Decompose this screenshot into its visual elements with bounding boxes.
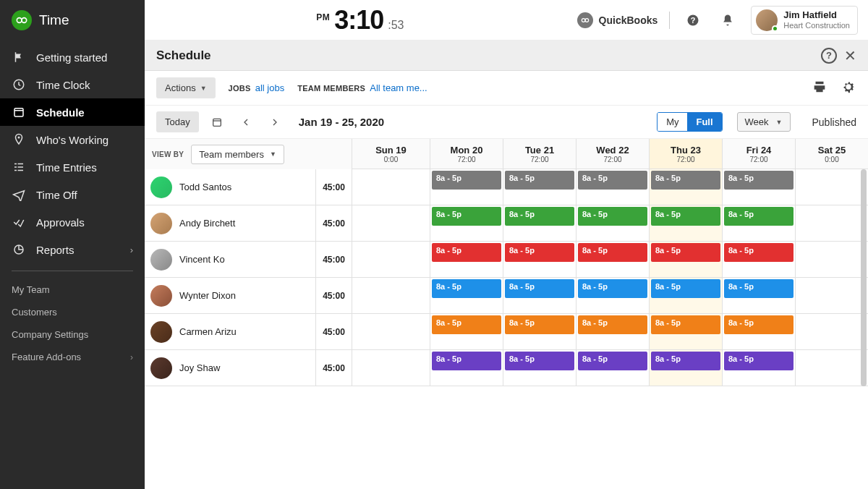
- shift-block[interactable]: 8a - 5p: [505, 279, 574, 298]
- schedule-cell-wed[interactable]: 8a - 5p: [576, 205, 649, 241]
- schedule-cell-wed[interactable]: 8a - 5p: [576, 169, 649, 205]
- day-header-tue[interactable]: Tue 2172:00: [503, 139, 576, 169]
- nav-schedule[interactable]: Schedule: [0, 98, 145, 126]
- page-help-button[interactable]: ?: [821, 48, 837, 64]
- schedule-cell-wed[interactable]: 8a - 5p: [576, 350, 649, 386]
- schedule-cell-thu[interactable]: 8a - 5p: [649, 278, 722, 313]
- schedule-cell-wed[interactable]: 8a - 5p: [576, 314, 649, 349]
- day-header-sun[interactable]: Sun 19 0:00: [352, 139, 430, 169]
- shift-block[interactable]: 8a - 5p: [651, 315, 720, 334]
- nav-feature-addons[interactable]: Feature Add-ons›: [0, 346, 145, 368]
- schedule-cell-sun[interactable]: [352, 205, 430, 241]
- next-button[interactable]: [264, 111, 286, 133]
- schedule-cell-thu[interactable]: 8a - 5p: [649, 314, 722, 349]
- day-header-mon[interactable]: Mon 2072:00: [430, 139, 503, 169]
- schedule-cell-fri[interactable]: 8a - 5p: [722, 278, 795, 313]
- shift-block[interactable]: 8a - 5p: [505, 352, 574, 370]
- schedule-cell-tue[interactable]: 8a - 5p: [503, 205, 576, 241]
- schedule-cell-mon[interactable]: 8a - 5p: [430, 169, 503, 205]
- schedule-cell-sun[interactable]: [352, 350, 430, 386]
- shift-block[interactable]: 8a - 5p: [432, 243, 501, 262]
- shift-block[interactable]: 8a - 5p: [724, 315, 793, 334]
- scope-full[interactable]: Full: [687, 113, 721, 131]
- period-select[interactable]: Week ▼: [737, 112, 791, 132]
- shift-block[interactable]: 8a - 5p: [578, 315, 647, 334]
- shift-block[interactable]: 8a - 5p: [651, 207, 720, 226]
- nav-company-settings[interactable]: Company Settings: [0, 323, 145, 346]
- print-button[interactable]: [812, 79, 827, 98]
- day-header-fri[interactable]: Fri 2472:00: [722, 139, 795, 169]
- shift-block[interactable]: 8a - 5p: [432, 171, 501, 190]
- nav-whos-working[interactable]: Who's Working: [0, 126, 145, 153]
- shift-block[interactable]: 8a - 5p: [651, 243, 720, 262]
- schedule-cell-thu[interactable]: 8a - 5p: [649, 205, 722, 241]
- schedule-cell-fri[interactable]: 8a - 5p: [722, 242, 795, 277]
- shift-block[interactable]: 8a - 5p: [578, 243, 647, 262]
- shift-block[interactable]: 8a - 5p: [724, 171, 793, 190]
- viewby-select[interactable]: Team members ▼: [191, 145, 284, 164]
- schedule-cell-tue[interactable]: 8a - 5p: [503, 350, 576, 386]
- notifications-button[interactable]: [716, 9, 739, 32]
- schedule-cell-sat[interactable]: [795, 314, 868, 349]
- shift-block[interactable]: 8a - 5p: [724, 243, 793, 262]
- employee-cell[interactable]: Todd Santos: [145, 169, 315, 205]
- day-header-wed[interactable]: Wed 2272:00: [576, 139, 649, 169]
- shift-block[interactable]: 8a - 5p: [578, 279, 647, 298]
- schedule-cell-fri[interactable]: 8a - 5p: [722, 205, 795, 241]
- schedule-cell-mon[interactable]: 8a - 5p: [430, 205, 503, 241]
- schedule-cell-mon[interactable]: 8a - 5p: [430, 350, 503, 386]
- quickbooks-link[interactable]: QuickBooks: [577, 12, 658, 28]
- shift-block[interactable]: 8a - 5p: [651, 279, 720, 298]
- nav-time-entries[interactable]: Time Entries: [0, 153, 145, 181]
- shift-block[interactable]: 8a - 5p: [432, 207, 501, 226]
- close-button[interactable]: ✕: [844, 47, 856, 64]
- schedule-cell-fri[interactable]: 8a - 5p: [722, 314, 795, 349]
- shift-block[interactable]: 8a - 5p: [651, 171, 720, 190]
- schedule-cell-wed[interactable]: 8a - 5p: [576, 242, 649, 277]
- scope-my[interactable]: My: [658, 113, 687, 131]
- scrollbar[interactable]: [861, 169, 867, 386]
- shift-block[interactable]: 8a - 5p: [578, 171, 647, 190]
- nav-time-off[interactable]: Time Off: [0, 181, 145, 208]
- schedule-cell-sun[interactable]: [352, 242, 430, 277]
- shift-block[interactable]: 8a - 5p: [578, 352, 647, 370]
- employee-cell[interactable]: Andy Birchett: [145, 205, 315, 241]
- nav-reports[interactable]: Reports›: [0, 236, 145, 263]
- day-header-sat[interactable]: Sat 250:00: [795, 139, 868, 169]
- day-header-thu[interactable]: Thu 2372:00: [649, 139, 722, 169]
- shift-block[interactable]: 8a - 5p: [651, 352, 720, 370]
- schedule-cell-fri[interactable]: 8a - 5p: [722, 169, 795, 205]
- actions-button[interactable]: Actions▼: [156, 77, 216, 98]
- members-filter[interactable]: All team me...: [370, 82, 427, 93]
- shift-block[interactable]: 8a - 5p: [432, 315, 501, 334]
- schedule-cell-wed[interactable]: 8a - 5p: [576, 278, 649, 313]
- schedule-cell-thu[interactable]: 8a - 5p: [649, 169, 722, 205]
- employee-cell[interactable]: Carmen Arizu: [145, 314, 315, 349]
- shift-block[interactable]: 8a - 5p: [432, 279, 501, 298]
- employee-cell[interactable]: Wynter Dixon: [145, 278, 315, 313]
- schedule-cell-sun[interactable]: [352, 314, 430, 349]
- schedule-cell-sat[interactable]: [795, 242, 868, 277]
- calendar-picker-button[interactable]: [206, 111, 228, 133]
- jobs-filter[interactable]: all jobs: [255, 82, 284, 93]
- schedule-cell-tue[interactable]: 8a - 5p: [503, 242, 576, 277]
- nav-approvals[interactable]: Approvals: [0, 208, 145, 236]
- today-button[interactable]: Today: [156, 111, 199, 132]
- schedule-cell-sat[interactable]: [795, 278, 868, 313]
- schedule-cell-tue[interactable]: 8a - 5p: [503, 169, 576, 205]
- employee-cell[interactable]: Joy Shaw: [145, 350, 315, 386]
- brand[interactable]: Time: [0, 0, 145, 43]
- shift-block[interactable]: 8a - 5p: [724, 207, 793, 226]
- schedule-cell-mon[interactable]: 8a - 5p: [430, 314, 503, 349]
- shift-block[interactable]: 8a - 5p: [505, 171, 574, 190]
- schedule-cell-sun[interactable]: [352, 278, 430, 313]
- shift-block[interactable]: 8a - 5p: [505, 207, 574, 226]
- nav-getting-started[interactable]: Getting started: [0, 43, 145, 71]
- schedule-cell-thu[interactable]: 8a - 5p: [649, 242, 722, 277]
- nav-customers[interactable]: Customers: [0, 301, 145, 323]
- shift-block[interactable]: 8a - 5p: [505, 243, 574, 262]
- shift-block[interactable]: 8a - 5p: [578, 207, 647, 226]
- shift-block[interactable]: 8a - 5p: [724, 352, 793, 370]
- schedule-cell-sat[interactable]: [795, 350, 868, 386]
- schedule-cell-fri[interactable]: 8a - 5p: [722, 350, 795, 386]
